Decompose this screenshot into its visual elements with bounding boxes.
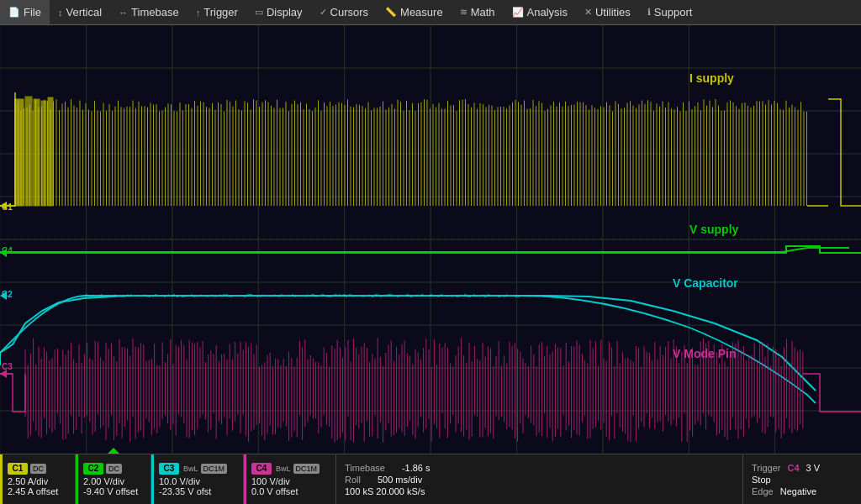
vertical-icon: ↕ [58,8,63,18]
menu-display[interactable]: ▭ Display [246,0,311,24]
menu-support[interactable]: ℹ Support [639,0,701,24]
support-icon: ℹ [647,7,651,18]
c4-bwl: BwL [276,465,291,473]
trig-edge: Edge [752,486,774,496]
c2-offset: -9.40 V offset [83,486,145,496]
math-icon: ≋ [460,7,467,18]
c3-dc-badge: DC1M [201,464,228,474]
menu-measure[interactable]: 📏 Measure [377,0,452,24]
menu-utilities[interactable]: ✕ Utilities [576,0,639,24]
c1-badge: C1 DC [8,463,70,475]
msdiv-value: 500 ms/div [378,475,422,485]
c3-bwl: BwL [183,465,198,473]
c2-badge: C2 DC [83,463,145,475]
c4-dc-badge: DC1M [293,464,320,474]
oscilloscope-screen: // Will draw via JS below I supply V sup… [0,25,861,454]
c1-dc-badge: DC [30,464,46,474]
trig-channel: C4 [787,463,799,473]
menu-cursors[interactable]: ✓ Cursors [311,0,378,24]
trig-level: 3 V [806,463,821,473]
tb-value: -1.86 s [402,463,430,473]
c1-badge-box: C1 [8,463,28,475]
menu-timebase[interactable]: ↔ Timebase [110,0,188,24]
c3-volt-div: 10.0 V/div [159,476,238,486]
c1-offset: 2.45 A offset [8,486,70,496]
trig-slope: Negative [780,486,816,496]
c4-volt-div: 100 V/div [251,476,330,486]
cursors-icon: ✓ [320,7,327,18]
menu-trigger[interactable]: ↑ Trigger [188,0,246,24]
trig-label: Trigger [752,463,780,473]
measure-icon: 📏 [385,7,397,18]
analysis-icon: 📈 [512,7,524,18]
c3-badge-box: C3 [159,463,179,475]
c1-volt-div: 2.50 A/div [8,476,70,486]
trig-mode: Stop [752,475,771,485]
menu-math[interactable]: ≋ Math [452,0,504,24]
status-bar: C1 DC 2.50 A/div 2.45 A offset C2 DC 2.0… [0,454,861,504]
c2-info: C2 DC 2.00 V/div -9.40 V offset [76,454,151,504]
waveform-canvas [0,25,861,454]
c2-volt-div: 2.00 V/div [83,476,145,486]
c3-badge: C3 BwL DC1M [159,463,238,475]
menu-bar: 📄 File ↕ Vertical ↔ Timebase ↑ Trigger ▭… [0,0,861,25]
trigger-info: Trigger C4 3 V Stop Edge Negative [743,454,861,504]
c4-info: C4 BwL DC1M 100 V/div 0.0 V offset [244,454,336,504]
c4-badge: C4 BwL DC1M [251,463,330,475]
menu-file[interactable]: 📄 File [0,0,50,24]
c2-dc-badge: DC [106,464,122,474]
c3-info: C3 BwL DC1M 10.0 V/div -23.35 V ofst [151,454,244,504]
c4-badge-box: C4 [251,463,272,475]
c4-offset: 0.0 V offset [251,486,330,496]
tb-label: Timebase [345,463,385,473]
trigger-icon: ↑ [196,8,201,18]
file-icon: 📄 [8,7,20,18]
menu-analysis[interactable]: 📈 Analysis [504,0,576,24]
timebase-info: Timebase -1.86 s Roll 500 ms/div 100 kS … [336,454,743,504]
c3-offset: -23.35 V ofst [159,486,238,496]
roll-label: Roll [345,475,361,485]
utilities-icon: ✕ [584,7,592,18]
c1-info: C1 DC 2.50 A/div 2.45 A offset [0,454,76,504]
timebase-icon: ↔ [119,8,128,18]
ks-value: 100 kS 20.000 kS/s [345,486,425,496]
c2-badge-box: C2 [83,463,103,475]
menu-vertical[interactable]: ↕ Vertical [50,0,110,24]
display-icon: ▭ [255,7,263,18]
